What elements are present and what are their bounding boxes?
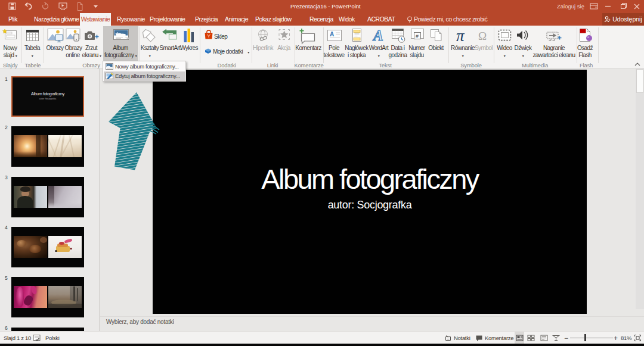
svg-text:π: π — [456, 27, 465, 45]
svg-text:A: A — [372, 27, 383, 43]
svg-text:#: # — [416, 33, 419, 39]
svg-text:Ω: Ω — [478, 30, 487, 42]
svg-text:A: A — [330, 31, 334, 38]
